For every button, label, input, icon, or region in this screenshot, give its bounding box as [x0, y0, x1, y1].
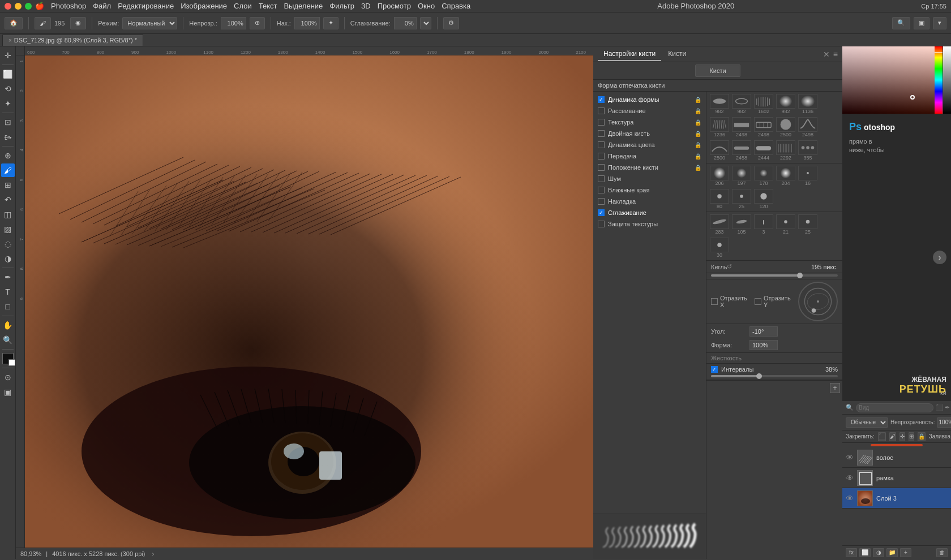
- checkbox-intervals[interactable]: [711, 366, 718, 373]
- search-button[interactable]: 🔍: [892, 17, 910, 29]
- checkbox-transfer[interactable]: [598, 153, 605, 160]
- brushes-btn[interactable]: Кисти: [695, 64, 740, 77]
- layer-visibility-ramka[interactable]: 👁: [846, 473, 854, 483]
- option-texture[interactable]: Текстура 🔒: [593, 117, 706, 128]
- brush-cell-18[interactable]: 204: [775, 165, 796, 187]
- airbrush-toggle[interactable]: ✦: [323, 17, 339, 29]
- brush-cell-21[interactable]: 25: [731, 188, 752, 210]
- option-dual-brush[interactable]: Двойная кисть 🔒: [593, 128, 706, 139]
- brush-cell-4[interactable]: 1136: [797, 93, 819, 115]
- lock-all-btn[interactable]: 🔒: [918, 432, 926, 441]
- checkbox-shape-dynamics[interactable]: [598, 96, 605, 103]
- lock-brush-pose[interactable]: 🔒: [695, 165, 701, 171]
- menu-image[interactable]: Изображение: [181, 2, 227, 10]
- spot-heal-tool[interactable]: ⊕: [1, 149, 15, 162]
- layer-visibility-volos[interactable]: 👁: [846, 453, 854, 462]
- add-brush-button[interactable]: +: [830, 383, 840, 393]
- smooth-input[interactable]: [394, 17, 417, 29]
- filter-icon-1[interactable]: ⬛: [936, 404, 944, 411]
- checkbox-scattering[interactable]: [598, 107, 605, 114]
- move-tool[interactable]: ✛: [1, 49, 15, 62]
- brush-cell-28[interactable]: 30: [709, 236, 730, 259]
- checkbox-dual-brush[interactable]: [598, 130, 605, 137]
- canvas-area[interactable]: [25, 55, 593, 548]
- checkbox-flip-x[interactable]: [711, 298, 718, 305]
- option-build-up[interactable]: Накладка: [593, 196, 706, 207]
- option-noise[interactable]: Шум: [593, 173, 706, 184]
- menu-layers[interactable]: Слои: [234, 2, 252, 10]
- type-tool[interactable]: T: [1, 285, 15, 299]
- menu-window[interactable]: Окно: [418, 2, 435, 10]
- dodge-tool[interactable]: ◑: [1, 252, 15, 265]
- layers-search-input[interactable]: [856, 403, 933, 412]
- blur-tool[interactable]: ◌: [1, 237, 15, 251]
- layer-visibility-sloy3[interactable]: 👁: [846, 494, 854, 503]
- brush-cell-12[interactable]: 2444: [753, 139, 774, 162]
- intervals-thumb[interactable]: [756, 373, 762, 379]
- checkbox-flip-y[interactable]: [755, 298, 761, 305]
- brush-cell-1[interactable]: 982: [731, 93, 752, 115]
- form-input[interactable]: [749, 340, 778, 350]
- create-layer-btn[interactable]: +: [900, 548, 911, 557]
- workspace-button[interactable]: ▾: [933, 17, 946, 29]
- menu-file[interactable]: Файл: [93, 2, 111, 10]
- option-wet-edges[interactable]: Влажные края: [593, 184, 706, 196]
- lock-brush-btn[interactable]: 🖌: [889, 432, 896, 441]
- angle-dial[interactable]: [798, 282, 838, 321]
- menu-3d[interactable]: 3D: [361, 2, 371, 10]
- lock-transfer[interactable]: 🔒: [695, 153, 701, 160]
- lock-scattering[interactable]: 🔒: [695, 108, 701, 114]
- option-brush-pose[interactable]: Положение кисти 🔒: [593, 162, 706, 173]
- promo-arrow-button[interactable]: ›: [933, 251, 946, 264]
- checkbox-texture[interactable]: [598, 119, 605, 126]
- brush-cell-13[interactable]: 2292: [775, 139, 796, 162]
- stamp-tool[interactable]: ⊞: [1, 178, 15, 192]
- add-adjustment-btn[interactable]: ◑: [873, 548, 884, 557]
- option-color-dynamics[interactable]: Динамика цвета 🔒: [593, 139, 706, 150]
- minimize-button[interactable]: [15, 3, 22, 10]
- path-tool[interactable]: ✒: [1, 270, 15, 284]
- brush-cell-0[interactable]: 982: [709, 93, 730, 115]
- eraser-tool[interactable]: ◫: [1, 208, 15, 221]
- foreground-color[interactable]: [2, 353, 14, 364]
- lock-pixels-btn[interactable]: ⬛: [878, 432, 886, 441]
- wand-tool[interactable]: ✦: [1, 97, 15, 110]
- brush-cell-27[interactable]: 25: [797, 213, 819, 236]
- hand-tool[interactable]: ✋: [1, 318, 15, 332]
- brush-cell-25[interactable]: 3: [753, 213, 774, 236]
- brush-tool[interactable]: 🖌: [1, 163, 15, 177]
- checkbox-build-up[interactable]: [598, 198, 605, 205]
- filter-icon-2[interactable]: ✒: [945, 404, 950, 411]
- smooth-options-select[interactable]: ▾: [420, 17, 431, 29]
- menu-help[interactable]: Справка: [442, 2, 470, 10]
- opacity-input-layers[interactable]: [937, 417, 951, 428]
- brush-cell-16[interactable]: 197: [731, 165, 752, 187]
- brush-preset-picker[interactable]: ◉: [70, 17, 86, 29]
- brush-tool-button[interactable]: 🖌: [35, 17, 51, 29]
- brush-cell-26[interactable]: 21: [775, 213, 796, 236]
- kegel-slider[interactable]: [711, 274, 838, 277]
- opacity-mode-toggle[interactable]: ⊕: [250, 17, 265, 29]
- lock-color-dynamics[interactable]: 🔒: [695, 142, 701, 148]
- checkbox-brush-pose[interactable]: [598, 164, 605, 171]
- lasso-tool[interactable]: ⟲: [1, 82, 15, 96]
- menu-filter[interactable]: Фильтр: [329, 2, 354, 10]
- option-transfer[interactable]: Передача 🔒: [593, 150, 706, 162]
- menu-view[interactable]: Просмотр: [378, 2, 411, 10]
- brush-cell-20[interactable]: 80: [709, 188, 730, 210]
- brush-cell-10[interactable]: 2500: [709, 139, 730, 162]
- lock-dual-brush[interactable]: 🔒: [695, 131, 701, 137]
- brush-cell-6[interactable]: 2498: [731, 116, 752, 139]
- brush-cell-2[interactable]: 1602: [753, 93, 774, 115]
- flow-input[interactable]: [294, 17, 320, 29]
- tab-brush-settings[interactable]: Настройки кисти: [598, 48, 661, 61]
- marquee-tool[interactable]: ⬜: [1, 67, 15, 81]
- option-protect-texture[interactable]: Защита текстуры: [593, 218, 706, 230]
- intervals-slider[interactable]: [711, 375, 838, 377]
- apple-menu[interactable]: 🍎: [35, 2, 44, 10]
- checkbox-color-dynamics[interactable]: [598, 141, 605, 148]
- lightness-slider[interactable]: [943, 46, 951, 114]
- brush-cell-22[interactable]: 120: [753, 188, 774, 210]
- brush-cell-9[interactable]: 2498: [797, 116, 819, 139]
- shape-tool[interactable]: □: [1, 300, 15, 313]
